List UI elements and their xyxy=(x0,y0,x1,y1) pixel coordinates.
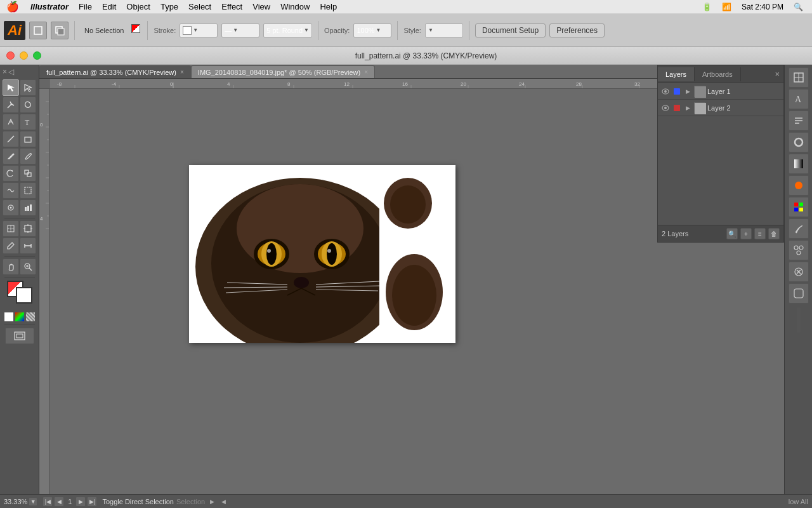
type-icon[interactable]: A xyxy=(789,89,809,109)
layers-tab-active[interactable]: Layers xyxy=(658,67,695,81)
cat-image-svg xyxy=(189,165,455,343)
layer-row-1[interactable]: ▶ Layer 1 xyxy=(658,83,783,100)
artboard-tool[interactable] xyxy=(20,220,36,237)
hand-tool[interactable] xyxy=(3,258,19,275)
menu-select[interactable]: Select xyxy=(183,2,216,11)
layer-1-expand[interactable]: ▶ xyxy=(683,87,692,96)
tool-hint-label: Toggle Direct Selection xyxy=(102,498,174,505)
search-icon[interactable]: 🔍 xyxy=(794,3,803,11)
pencil-tool[interactable] xyxy=(3,148,19,164)
pen-tool[interactable] xyxy=(3,114,19,130)
scale-tool[interactable] xyxy=(20,165,36,182)
layers-panel-close[interactable]: × xyxy=(771,67,783,81)
measure-tool[interactable] xyxy=(20,237,36,254)
selection-tool[interactable] xyxy=(3,79,19,96)
none-color-btn[interactable] xyxy=(4,312,14,322)
stroke-cap-dropdown[interactable]: 5 pt. Round ▼ xyxy=(263,23,312,37)
layers-new-btn[interactable]: + xyxy=(740,228,752,239)
direct-selection-tool[interactable] xyxy=(20,79,36,96)
color-btn[interactable] xyxy=(15,312,25,322)
layers-search-btn[interactable]: 🔍 xyxy=(726,228,738,239)
first-page-btn[interactable]: |◀ xyxy=(43,497,53,507)
transform-icon[interactable] xyxy=(789,67,809,88)
appearance-icon[interactable] xyxy=(789,262,809,282)
prev-page-btn[interactable]: ◀ xyxy=(54,497,64,507)
type-tool[interactable]: T xyxy=(20,114,36,130)
layers-spacer xyxy=(658,116,783,225)
panel-close-icon[interactable]: × xyxy=(3,67,7,76)
window-maximize-button[interactable] xyxy=(33,51,41,60)
wifi-icon: 📶 xyxy=(722,3,731,11)
zoom-tool[interactable] xyxy=(20,258,36,275)
layer-2-expand[interactable]: ▶ xyxy=(683,104,692,112)
menu-view[interactable]: View xyxy=(247,2,275,11)
zoom-dropdown-btn[interactable]: ▼ xyxy=(29,497,37,506)
menu-effect[interactable]: Effect xyxy=(216,2,247,11)
toolbar-icon2[interactable] xyxy=(51,22,69,39)
column-graph-tool[interactable] xyxy=(20,199,36,216)
layers-delete-btn[interactable]: 🗑 xyxy=(768,228,780,239)
layer-1-visibility[interactable] xyxy=(660,86,671,97)
menu-type[interactable]: Type xyxy=(155,2,183,11)
tab-full-pattern[interactable]: full_pattern.ai @ 33.33% (CMYK/Preview) … xyxy=(39,65,191,78)
tab-img[interactable]: IMG_20140818_084019.jpg* @ 50% (RGB/Prev… xyxy=(191,65,375,78)
hint-back[interactable]: ◀ xyxy=(219,497,228,506)
stroke-panel-icon[interactable] xyxy=(789,132,809,152)
color-panel-icon[interactable] xyxy=(789,175,809,196)
zoom-display: 33.33% xyxy=(4,498,27,505)
layer-2-visibility[interactable] xyxy=(660,103,671,113)
next-page-btn[interactable]: ▶ xyxy=(75,497,86,507)
paragraph-icon[interactable] xyxy=(789,110,809,131)
tool-row-3: T xyxy=(3,114,36,130)
svg-point-76 xyxy=(267,249,271,253)
brush-tool[interactable] xyxy=(20,148,36,164)
warp-tool[interactable] xyxy=(3,182,19,199)
free-transform-tool[interactable] xyxy=(20,182,36,199)
fill-color-swatch[interactable] xyxy=(131,24,141,37)
line-tool[interactable] xyxy=(3,131,19,147)
slice-tool[interactable] xyxy=(3,220,19,237)
symbol-sprayer-tool[interactable] xyxy=(3,199,19,216)
toolbar-icon1[interactable] xyxy=(29,22,47,39)
svg-line-6 xyxy=(8,136,14,142)
apple-menu[interactable]: 🍎 xyxy=(0,1,25,13)
menu-window[interactable]: Window xyxy=(275,2,315,11)
tab-2-close[interactable]: × xyxy=(364,69,368,76)
style-dropdown[interactable]: ▼ xyxy=(425,23,463,37)
gradient-btn[interactable] xyxy=(25,312,36,322)
panel-collapse-icon[interactable]: ◁ xyxy=(8,67,14,76)
artboards-tab[interactable]: Artboards xyxy=(695,67,741,81)
opacity-dropdown[interactable]: 100% ▼ xyxy=(353,23,391,37)
menu-object[interactable]: Object xyxy=(121,2,155,11)
layer-2-color xyxy=(674,105,680,111)
stroke-color-dropdown[interactable]: ▼ xyxy=(180,23,218,37)
menu-help[interactable]: Help xyxy=(315,2,342,11)
brushes-icon[interactable] xyxy=(789,218,809,239)
gradient-panel-icon[interactable] xyxy=(789,154,809,174)
magic-wand-tool[interactable] xyxy=(3,97,19,113)
menu-file[interactable]: File xyxy=(74,2,97,11)
stroke-swatch[interactable] xyxy=(16,287,32,304)
symbols-icon[interactable] xyxy=(789,240,809,260)
rotate-tool[interactable] xyxy=(3,165,19,182)
lasso-tool[interactable] xyxy=(20,97,36,113)
graphic-styles-icon[interactable] xyxy=(789,283,809,304)
tab-1-close[interactable]: × xyxy=(180,69,184,76)
window-title: full_pattern.ai @ 33.33% (CMYK/Preview) xyxy=(46,51,806,60)
doc-setup-button[interactable]: Document Setup xyxy=(475,23,546,37)
rectangle-tool[interactable] xyxy=(20,131,36,147)
window-minimize-button[interactable] xyxy=(20,51,28,60)
svg-line-28 xyxy=(29,268,32,271)
stroke-width-dropdown[interactable]: — ▼ xyxy=(221,23,259,37)
change-screen-mode-btn[interactable] xyxy=(5,328,34,344)
swatches-icon[interactable] xyxy=(789,197,809,217)
preferences-button[interactable]: Preferences xyxy=(549,23,605,37)
menu-edit[interactable]: Edit xyxy=(97,2,121,11)
hint-arrow[interactable]: ▶ xyxy=(207,497,216,506)
last-page-btn[interactable]: ▶| xyxy=(87,497,97,507)
layer-row-2[interactable]: ▶ Layer 2 xyxy=(658,100,783,116)
eyedropper-tool[interactable] xyxy=(3,237,19,254)
layers-menu-btn[interactable]: ≡ xyxy=(754,228,766,239)
svg-text:-8: -8 xyxy=(57,81,62,87)
window-close-button[interactable] xyxy=(6,51,15,60)
